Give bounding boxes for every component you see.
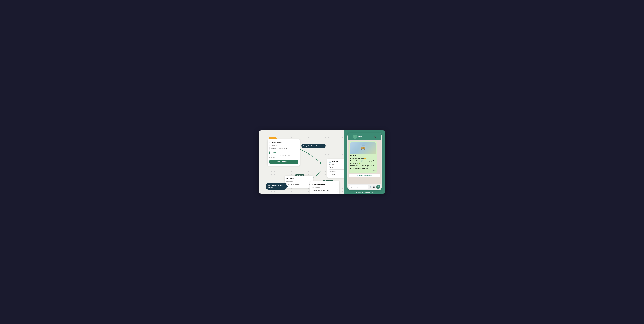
wait-till-card: 🕐 Wait till ⋮ Scheduled date {} Trigger … xyxy=(327,159,344,178)
woocommerce-bubble: Integrate with WooCommerce xyxy=(302,144,326,148)
webhook-helper: Call the above webhook URL and then hit … xyxy=(270,155,298,159)
wa-action-icons: 📞 ⋮ xyxy=(374,136,380,138)
template-icon: ✉ xyxy=(312,184,313,185)
camera-icon[interactable]: 📷 xyxy=(373,186,375,188)
flow-panel: Trigger ⬡ On webhook ⋮ Webhook URL Copy … xyxy=(259,130,344,194)
wa-greeting: Hey Virat! xyxy=(350,155,376,157)
scheduled-date-input[interactable] xyxy=(329,166,344,170)
callapi-icon: ⇆ xyxy=(286,178,288,180)
trigger-after-label: Trigger after xyxy=(329,171,344,172)
template-select-input[interactable]: Abandoned cart reminder xyxy=(312,189,338,192)
copy-button[interactable]: Copy xyxy=(270,151,278,154)
template-selector[interactable]: Abandoned cart reminder ▾ xyxy=(312,189,338,192)
wa-input-bar: ☺ Message 📎 📷 🎤 xyxy=(348,184,382,190)
wa-contact-name: Virat xyxy=(358,136,373,138)
webhook-card: ⬡ On webhook ⋮ Webhook URL Copy Call the… xyxy=(268,139,300,166)
callapi-title: ⇆ Call API xyxy=(286,178,295,180)
wa-back-button[interactable]: ← xyxy=(350,135,352,138)
wa-panel-label: CUSTOMER ON WHATSAPP xyxy=(354,192,375,194)
message-placeholder: Message xyxy=(353,186,359,188)
wait-icon: 🕐 xyxy=(329,161,331,163)
wa-line1: Impressive selection! 🤩 xyxy=(350,157,376,160)
svg-point-2 xyxy=(364,149,365,150)
trigger-after-input[interactable] xyxy=(329,173,344,176)
cart-icon xyxy=(359,144,367,152)
wa-line2: Products in your 🛒 cart are flying off t… xyxy=(350,160,376,164)
template-title: ✉ Send template xyxy=(312,184,325,185)
wa-line3: Use code: SPECIAL15 to get 15% off! xyxy=(350,165,376,167)
webhook-menu[interactable]: ⋮ xyxy=(296,141,298,144)
callapi-menu[interactable]: ⋮ xyxy=(309,177,311,180)
api-select-input[interactable]: Inventory Software xyxy=(286,183,311,186)
wait-title: 🕐 Wait till xyxy=(329,161,338,163)
api-selector[interactable]: Inventory Software ▾ xyxy=(286,183,311,186)
webhook-url-input[interactable] xyxy=(270,147,298,150)
whatsapp-phone: ← V Virat 📞 ⋮ xyxy=(348,133,382,190)
webhook-icon: ⬡ xyxy=(270,141,271,143)
wa-avatar: V xyxy=(353,134,357,139)
wa-cart-image xyxy=(350,142,376,154)
template-menu[interactable]: ⋮ xyxy=(336,183,338,186)
whatsapp-panel: ← V Virat 📞 ⋮ xyxy=(344,130,385,194)
wa-chat-area: Hey Virat! Impressive selection! 🤩 Produ… xyxy=(348,140,382,184)
wa-header: ← V Virat 📞 ⋮ xyxy=(348,133,382,140)
emoji-icon[interactable]: ☺ xyxy=(350,186,352,188)
wa-more-icon[interactable]: ⋮ xyxy=(378,136,380,138)
send-template-card: ✉ Send template ⋮ Select template Abando… xyxy=(310,181,340,194)
api-select-label: Select an API xyxy=(286,181,311,182)
abandoned-cart-bubble: Send Abandoned cart reminder xyxy=(266,183,286,190)
external-link-icon: 🔗 xyxy=(357,174,359,176)
capture-response-button[interactable]: Capture response xyxy=(270,160,298,164)
wa-call-icon[interactable]: 📞 xyxy=(374,136,376,138)
wa-mic-button[interactable]: 🎤 xyxy=(376,185,380,189)
svg-point-1 xyxy=(362,149,362,150)
scheduled-label: Scheduled date xyxy=(329,164,344,166)
wa-msg-time: 11:14 AM xyxy=(350,170,376,172)
webhook-url-label: Webhook URL xyxy=(270,145,298,146)
template-select-label: Select template xyxy=(312,187,338,188)
wa-line4: Finish your purchase now! xyxy=(350,168,376,170)
call-api-card: ⇆ Call API ⋮ Select an API Inventory Sof… xyxy=(285,176,313,188)
wa-continue-shopping-button[interactable]: 🔗 Continue shopping xyxy=(349,174,380,177)
attachment-icon[interactable]: 📎 xyxy=(370,186,372,188)
wa-message-input[interactable]: ☺ Message xyxy=(349,185,368,189)
webhook-title: ⬡ On webhook xyxy=(270,141,282,143)
wa-message-bubble: Hey Virat! Impressive selection! 🤩 Produ… xyxy=(349,141,377,173)
